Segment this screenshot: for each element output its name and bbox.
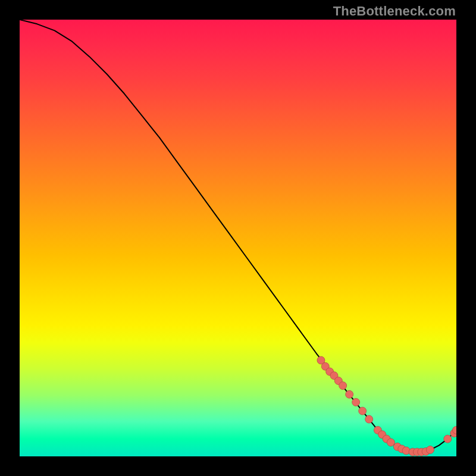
marker-dot [346,390,353,398]
watermark-text: TheBottleneck.com [333,4,456,19]
marker-dot [426,446,434,453]
marker-dot [352,398,360,406]
marker-dot [359,407,367,415]
marker-dot [365,415,373,423]
chart-stage: TheBottleneck.com [0,0,476,476]
marker-dot [339,382,347,390]
highlight-dots [317,356,456,456]
marker-dot [387,439,394,446]
marker-dot [444,435,452,443]
plot-area [20,20,456,456]
chart-svg [20,20,456,456]
bottleneck-curve [20,20,456,452]
